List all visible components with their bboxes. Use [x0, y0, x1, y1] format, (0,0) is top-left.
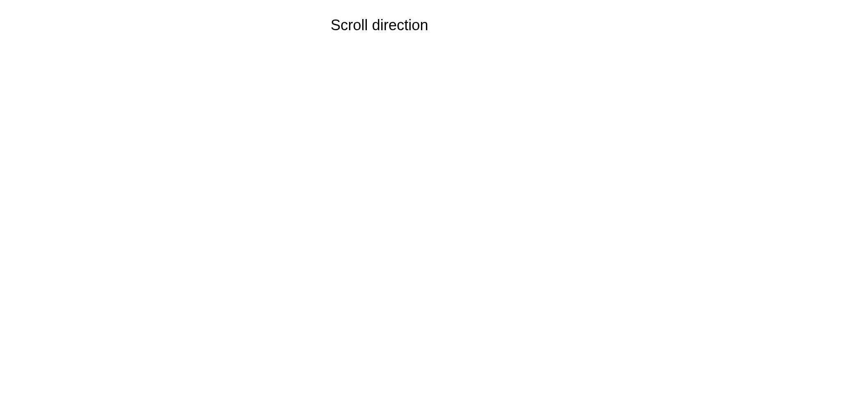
scroll-direction-label: Scroll direction	[331, 17, 428, 33]
